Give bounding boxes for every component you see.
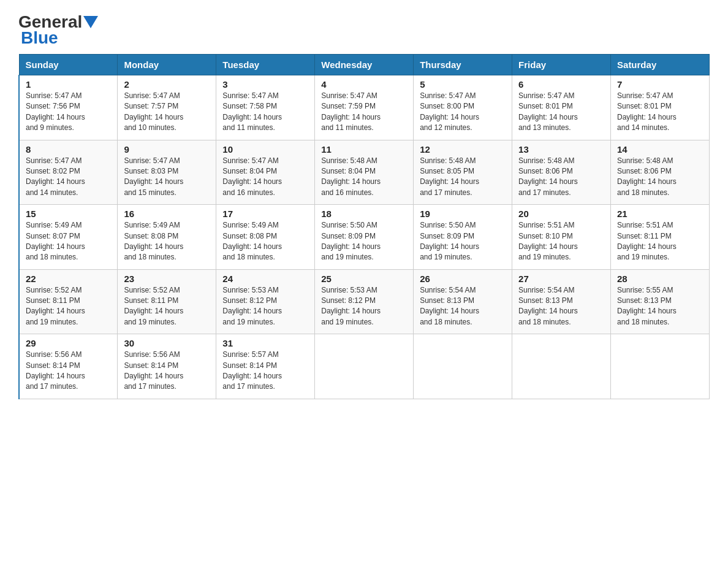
calendar-cell: 25 Sunrise: 5:53 AM Sunset: 8:12 PM Dayl… <box>315 269 414 334</box>
calendar-cell: 20 Sunrise: 5:51 AM Sunset: 8:10 PM Dayl… <box>512 205 611 270</box>
day-number: 11 <box>321 144 407 155</box>
day-number: 17 <box>222 209 308 219</box>
day-info: Sunrise: 5:56 AM Sunset: 8:14 PM Dayligh… <box>124 350 210 393</box>
day-number: 24 <box>222 274 308 284</box>
calendar-cell: 18 Sunrise: 5:50 AM Sunset: 8:09 PM Dayl… <box>315 205 414 270</box>
day-info: Sunrise: 5:49 AM Sunset: 8:08 PM Dayligh… <box>222 220 308 263</box>
day-info: Sunrise: 5:47 AM Sunset: 8:04 PM Dayligh… <box>222 156 308 199</box>
day-number: 29 <box>26 338 111 348</box>
day-info: Sunrise: 5:47 AM Sunset: 8:02 PM Dayligh… <box>26 156 111 199</box>
calendar-cell: 17 Sunrise: 5:49 AM Sunset: 8:08 PM Dayl… <box>216 205 315 270</box>
day-number: 23 <box>124 274 210 284</box>
day-info: Sunrise: 5:56 AM Sunset: 8:14 PM Dayligh… <box>26 350 111 393</box>
day-number: 25 <box>321 274 407 284</box>
logo: General Blue <box>18 12 99 48</box>
day-number: 5 <box>420 79 506 90</box>
calendar-cell <box>611 334 710 399</box>
day-number: 15 <box>26 209 111 219</box>
calendar-cell: 29 Sunrise: 5:56 AM Sunset: 8:14 PM Dayl… <box>19 334 118 399</box>
calendar-cell: 30 Sunrise: 5:56 AM Sunset: 8:14 PM Dayl… <box>118 334 216 399</box>
day-number: 30 <box>124 338 210 348</box>
week-row: 29 Sunrise: 5:56 AM Sunset: 8:14 PM Dayl… <box>19 334 710 399</box>
header-sunday: Sunday <box>19 55 118 75</box>
day-number: 28 <box>617 274 703 284</box>
calendar-cell: 9 Sunrise: 5:47 AM Sunset: 8:03 PM Dayli… <box>118 140 216 205</box>
day-info: Sunrise: 5:47 AM Sunset: 8:01 PM Dayligh… <box>617 91 703 134</box>
day-number: 19 <box>420 209 506 219</box>
day-number: 26 <box>420 274 506 284</box>
day-number: 7 <box>617 79 703 90</box>
week-row: 8 Sunrise: 5:47 AM Sunset: 8:02 PM Dayli… <box>19 140 710 205</box>
day-info: Sunrise: 5:47 AM Sunset: 8:00 PM Dayligh… <box>420 91 506 134</box>
header-thursday: Thursday <box>414 55 512 75</box>
day-number: 2 <box>124 79 210 90</box>
day-info: Sunrise: 5:57 AM Sunset: 8:14 PM Dayligh… <box>222 350 308 393</box>
calendar-body: 1 Sunrise: 5:47 AM Sunset: 7:56 PM Dayli… <box>19 75 710 399</box>
calendar-cell: 16 Sunrise: 5:49 AM Sunset: 8:08 PM Dayl… <box>118 205 216 270</box>
calendar-cell: 14 Sunrise: 5:48 AM Sunset: 8:06 PM Dayl… <box>611 140 710 205</box>
calendar-table: SundayMondayTuesdayWednesdayThursdayFrid… <box>18 54 710 399</box>
day-number: 10 <box>222 144 308 155</box>
calendar-cell: 28 Sunrise: 5:55 AM Sunset: 8:13 PM Dayl… <box>611 269 710 334</box>
day-info: Sunrise: 5:48 AM Sunset: 8:04 PM Dayligh… <box>321 156 407 199</box>
day-info: Sunrise: 5:47 AM Sunset: 7:58 PM Dayligh… <box>222 91 308 134</box>
week-row: 22 Sunrise: 5:52 AM Sunset: 8:11 PM Dayl… <box>19 269 710 334</box>
day-info: Sunrise: 5:50 AM Sunset: 8:09 PM Dayligh… <box>420 220 506 263</box>
week-row: 1 Sunrise: 5:47 AM Sunset: 7:56 PM Dayli… <box>19 75 710 140</box>
calendar-cell: 8 Sunrise: 5:47 AM Sunset: 8:02 PM Dayli… <box>19 140 118 205</box>
day-number: 8 <box>26 144 111 155</box>
day-info: Sunrise: 5:54 AM Sunset: 8:13 PM Dayligh… <box>420 285 506 328</box>
day-info: Sunrise: 5:52 AM Sunset: 8:11 PM Dayligh… <box>124 285 210 328</box>
header-tuesday: Tuesday <box>216 55 315 75</box>
day-number: 18 <box>321 209 407 219</box>
calendar-cell <box>414 334 512 399</box>
day-info: Sunrise: 5:47 AM Sunset: 7:56 PM Dayligh… <box>26 91 111 134</box>
calendar-cell: 12 Sunrise: 5:48 AM Sunset: 8:05 PM Dayl… <box>414 140 512 205</box>
header-monday: Monday <box>118 55 216 75</box>
calendar-cell: 3 Sunrise: 5:47 AM Sunset: 7:58 PM Dayli… <box>216 75 315 140</box>
calendar-cell: 27 Sunrise: 5:54 AM Sunset: 8:13 PM Dayl… <box>512 269 611 334</box>
day-number: 6 <box>518 79 604 90</box>
day-info: Sunrise: 5:48 AM Sunset: 8:05 PM Dayligh… <box>420 156 506 199</box>
calendar-cell: 26 Sunrise: 5:54 AM Sunset: 8:13 PM Dayl… <box>414 269 512 334</box>
day-info: Sunrise: 5:52 AM Sunset: 8:11 PM Dayligh… <box>26 285 111 328</box>
day-info: Sunrise: 5:49 AM Sunset: 8:07 PM Dayligh… <box>26 220 111 263</box>
day-number: 3 <box>222 79 308 90</box>
header-wednesday: Wednesday <box>315 55 414 75</box>
day-number: 16 <box>124 209 210 219</box>
calendar-cell: 24 Sunrise: 5:53 AM Sunset: 8:12 PM Dayl… <box>216 269 315 334</box>
day-info: Sunrise: 5:47 AM Sunset: 7:59 PM Dayligh… <box>321 91 407 134</box>
day-info: Sunrise: 5:50 AM Sunset: 8:09 PM Dayligh… <box>321 220 407 263</box>
header-saturday: Saturday <box>611 55 710 75</box>
day-number: 4 <box>321 79 407 90</box>
day-number: 1 <box>26 79 111 90</box>
day-number: 12 <box>420 144 506 155</box>
calendar-cell: 22 Sunrise: 5:52 AM Sunset: 8:11 PM Dayl… <box>19 269 118 334</box>
day-info: Sunrise: 5:47 AM Sunset: 7:57 PM Dayligh… <box>124 91 210 134</box>
day-number: 31 <box>222 338 308 348</box>
calendar-cell: 31 Sunrise: 5:57 AM Sunset: 8:14 PM Dayl… <box>216 334 315 399</box>
calendar-cell: 15 Sunrise: 5:49 AM Sunset: 8:07 PM Dayl… <box>19 205 118 270</box>
day-number: 21 <box>617 209 703 219</box>
day-info: Sunrise: 5:54 AM Sunset: 8:13 PM Dayligh… <box>518 285 604 328</box>
header-friday: Friday <box>512 55 611 75</box>
calendar-cell: 10 Sunrise: 5:47 AM Sunset: 8:04 PM Dayl… <box>216 140 315 205</box>
day-info: Sunrise: 5:51 AM Sunset: 8:11 PM Dayligh… <box>617 220 703 263</box>
day-number: 22 <box>26 274 111 284</box>
calendar-cell: 11 Sunrise: 5:48 AM Sunset: 8:04 PM Dayl… <box>315 140 414 205</box>
day-info: Sunrise: 5:48 AM Sunset: 8:06 PM Dayligh… <box>518 156 604 199</box>
calendar-cell: 6 Sunrise: 5:47 AM Sunset: 8:01 PM Dayli… <box>512 75 611 140</box>
header-row: SundayMondayTuesdayWednesdayThursdayFrid… <box>19 55 710 75</box>
page-header: General Blue <box>18 12 710 48</box>
day-number: 9 <box>124 144 210 155</box>
day-info: Sunrise: 5:55 AM Sunset: 8:13 PM Dayligh… <box>617 285 703 328</box>
week-row: 15 Sunrise: 5:49 AM Sunset: 8:07 PM Dayl… <box>19 205 710 270</box>
day-info: Sunrise: 5:51 AM Sunset: 8:10 PM Dayligh… <box>518 220 604 263</box>
day-number: 13 <box>518 144 604 155</box>
calendar-cell <box>512 334 611 399</box>
day-number: 14 <box>617 144 703 155</box>
calendar-cell: 1 Sunrise: 5:47 AM Sunset: 7:56 PM Dayli… <box>19 75 118 140</box>
logo-triangle-icon <box>83 16 98 28</box>
calendar-cell: 2 Sunrise: 5:47 AM Sunset: 7:57 PM Dayli… <box>118 75 216 140</box>
calendar-header: SundayMondayTuesdayWednesdayThursdayFrid… <box>19 55 710 75</box>
